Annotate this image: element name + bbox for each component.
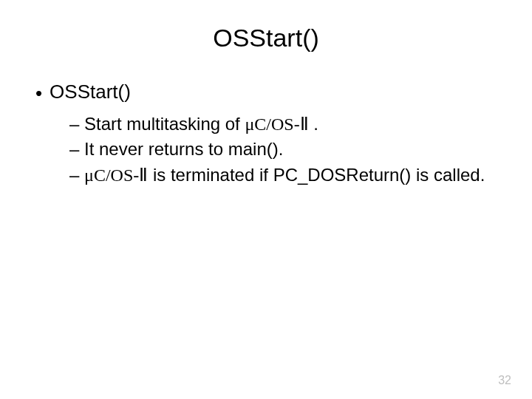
item-text-prefix: – It never returns to main(). xyxy=(69,139,283,159)
bullet-level1: •OSStart() xyxy=(35,81,502,103)
list-item: – Start multitasking of μC/OS-Ⅱ . xyxy=(69,112,502,136)
slide-title: OSStart() xyxy=(30,24,502,52)
item-text-serif: μC/OS-Ⅱ xyxy=(84,166,148,185)
bullet-icon: • xyxy=(35,83,42,103)
page-number: 32 xyxy=(498,374,511,387)
bullet-label: OSStart() xyxy=(50,81,131,103)
item-text-prefix: – xyxy=(69,165,84,185)
item-text-prefix: – Start multitasking of xyxy=(69,114,245,134)
item-text-suffix: is terminated if PC_DOSReturn() is calle… xyxy=(148,165,485,185)
bullet-level2-list: – Start multitasking of μC/OS-Ⅱ . – It n… xyxy=(69,112,502,187)
list-item: – It never returns to main(). xyxy=(69,137,502,161)
list-item: – μC/OS-Ⅱ is terminated if PC_DOSReturn(… xyxy=(69,163,502,187)
item-text-serif: μC/OS-Ⅱ xyxy=(245,115,308,134)
item-text-suffix: . xyxy=(309,114,318,134)
slide: OSStart() •OSStart() – Start multitaskin… xyxy=(0,0,532,399)
